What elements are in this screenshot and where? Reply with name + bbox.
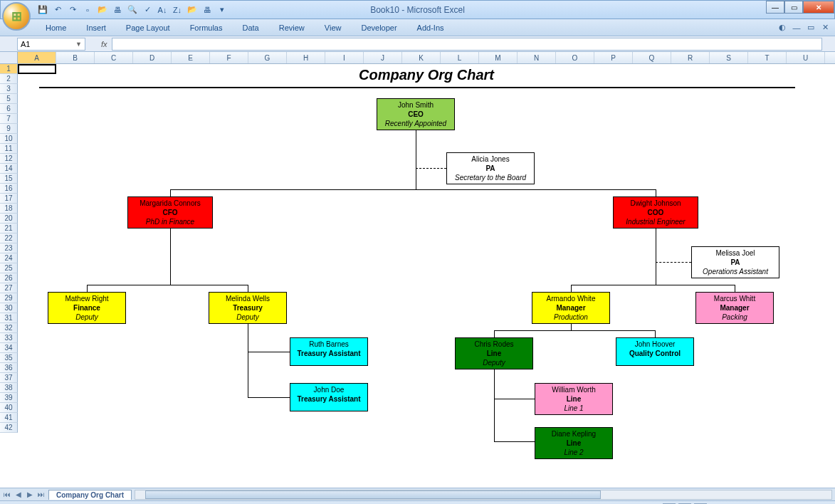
fx-icon[interactable]: fx bbox=[101, 40, 107, 48]
row-header-30[interactable]: 30 bbox=[0, 303, 18, 313]
node-manager-production[interactable]: Armando White Manager Production bbox=[532, 292, 610, 324]
node-treasury-asst-1[interactable]: Ruth Barnes Treasury Assistant bbox=[290, 337, 368, 366]
col-header-D[interactable]: D bbox=[133, 52, 172, 63]
open2-icon[interactable]: 📂 bbox=[186, 4, 199, 16]
row-header-7[interactable]: 7 bbox=[0, 114, 18, 124]
row-header-16[interactable]: 16 bbox=[0, 184, 18, 194]
tab-prev-icon[interactable]: ◀ bbox=[13, 490, 24, 498]
row-header-22[interactable]: 22 bbox=[0, 233, 18, 243]
row-header-37[interactable]: 37 bbox=[0, 373, 18, 383]
node-pa2[interactable]: Melissa Joel PA Operations Assistant bbox=[691, 246, 779, 278]
node-pa1[interactable]: Alicia Jones PA Secretary to the Board bbox=[446, 152, 535, 184]
node-treasury-asst-2[interactable]: John Doe Treasury Assistant bbox=[290, 383, 368, 411]
col-header-K[interactable]: K bbox=[402, 52, 441, 63]
help-icon[interactable]: ◐ bbox=[777, 22, 788, 33]
row-header-20[interactable]: 20 bbox=[0, 214, 18, 224]
tab-insert[interactable]: Insert bbox=[76, 21, 116, 34]
name-box-dropdown-icon[interactable]: ▼ bbox=[75, 41, 82, 48]
col-header-B[interactable]: B bbox=[56, 52, 95, 63]
tab-view[interactable]: View bbox=[315, 21, 352, 34]
close-button[interactable]: ✕ bbox=[803, 1, 834, 14]
tab-developer[interactable]: Developer bbox=[351, 21, 406, 34]
row-header-6[interactable]: 6 bbox=[0, 104, 18, 114]
row-header-25[interactable]: 25 bbox=[0, 263, 18, 273]
col-header-G[interactable]: G bbox=[248, 52, 287, 63]
row-header-15[interactable]: 15 bbox=[0, 174, 18, 184]
sheet-tab-active[interactable]: Company Org Chart bbox=[48, 490, 132, 500]
tab-formulas[interactable]: Formulas bbox=[180, 21, 233, 34]
col-header-U[interactable]: U bbox=[787, 52, 825, 63]
horizontal-scrollbar[interactable] bbox=[135, 490, 832, 500]
node-line-2[interactable]: Diane Kepling Line Line 2 bbox=[535, 427, 613, 459]
node-treasury[interactable]: Melinda Wells Treasury Deputy bbox=[209, 292, 287, 324]
office-button[interactable] bbox=[2, 2, 31, 31]
tab-addins[interactable]: Add-Ins bbox=[407, 21, 454, 34]
col-header-E[interactable]: E bbox=[172, 52, 210, 63]
col-header-I[interactable]: I bbox=[325, 52, 364, 63]
row-header-33[interactable]: 33 bbox=[0, 333, 18, 343]
tab-next-icon[interactable]: ▶ bbox=[24, 490, 36, 498]
row-header-39[interactable]: 39 bbox=[0, 393, 18, 403]
sort-desc-icon[interactable]: Z↓ bbox=[171, 4, 184, 16]
sort-asc-icon[interactable]: A↓ bbox=[156, 4, 169, 16]
row-header-3[interactable]: 3 bbox=[0, 84, 18, 94]
row-header-41[interactable]: 41 bbox=[0, 413, 18, 423]
col-header-C[interactable]: C bbox=[95, 52, 133, 63]
tab-first-icon[interactable]: ⏮ bbox=[1, 490, 13, 498]
row-header-17[interactable]: 17 bbox=[0, 194, 18, 204]
col-header-Q[interactable]: Q bbox=[633, 52, 671, 63]
row-header-26[interactable]: 26 bbox=[0, 273, 18, 283]
doc-restore-icon[interactable]: ▭ bbox=[805, 22, 816, 33]
col-header-R[interactable]: R bbox=[671, 52, 710, 63]
undo-icon[interactable]: ↶ bbox=[51, 4, 64, 16]
redo-icon[interactable]: ↷ bbox=[66, 4, 79, 16]
formula-input[interactable] bbox=[112, 38, 822, 51]
col-header-M[interactable]: M bbox=[479, 52, 518, 63]
col-header-F[interactable]: F bbox=[210, 52, 248, 63]
node-line-deputy[interactable]: Chris Rodes Line Deputy bbox=[455, 337, 533, 369]
row-header-12[interactable]: 12 bbox=[0, 154, 18, 164]
row-header-35[interactable]: 35 bbox=[0, 353, 18, 363]
node-cfo[interactable]: Margarida Connors CFO PhD in Finance bbox=[127, 196, 213, 229]
col-header-L[interactable]: L bbox=[441, 52, 479, 63]
row-header-10[interactable]: 10 bbox=[0, 134, 18, 144]
scrollbar-thumb[interactable] bbox=[145, 490, 601, 499]
col-header-J[interactable]: J bbox=[364, 52, 402, 63]
row-header-14[interactable]: 14 bbox=[0, 164, 18, 174]
row-header-38[interactable]: 38 bbox=[0, 383, 18, 393]
row-header-5[interactable]: 5 bbox=[0, 94, 18, 104]
save-icon[interactable]: 💾 bbox=[36, 4, 49, 16]
row-header-23[interactable]: 23 bbox=[0, 243, 18, 253]
row-header-27[interactable]: 27 bbox=[0, 283, 18, 293]
row-header-40[interactable]: 40 bbox=[0, 403, 18, 413]
doc-close-icon[interactable]: ✕ bbox=[819, 22, 831, 33]
maximize-button[interactable]: ▭ bbox=[784, 1, 803, 14]
tab-data[interactable]: Data bbox=[232, 21, 268, 34]
node-line-1[interactable]: William Worth Line Line 1 bbox=[535, 383, 613, 415]
node-coo[interactable]: Dwight Johnson COO Industrial Engineer bbox=[613, 196, 698, 229]
row-header-11[interactable]: 11 bbox=[0, 144, 18, 154]
col-header-T[interactable]: T bbox=[748, 52, 787, 63]
preview-icon[interactable]: 🔍 bbox=[126, 4, 139, 16]
qat-dropdown-icon[interactable]: ▾ bbox=[216, 4, 229, 16]
quick-print-icon[interactable]: 🖶 bbox=[111, 4, 124, 16]
row-header-18[interactable]: 18 bbox=[0, 204, 18, 214]
row-header-36[interactable]: 36 bbox=[0, 363, 18, 373]
row-header-42[interactable]: 42 bbox=[0, 423, 18, 433]
minimize-button[interactable]: — bbox=[766, 1, 784, 14]
print-icon[interactable]: 🖶 bbox=[201, 4, 214, 16]
row-header-2[interactable]: 2 bbox=[0, 74, 18, 84]
row-header-1[interactable]: 1 bbox=[0, 64, 18, 74]
node-ceo[interactable]: John Smith CEO Recently Appointed bbox=[377, 98, 455, 130]
new-icon[interactable]: ▫ bbox=[81, 4, 94, 16]
row-header-31[interactable]: 31 bbox=[0, 313, 18, 323]
col-header-A[interactable]: A bbox=[18, 52, 56, 63]
col-header-O[interactable]: O bbox=[556, 52, 594, 63]
tab-last-icon[interactable]: ⏭ bbox=[36, 490, 47, 498]
tab-page-layout[interactable]: Page Layout bbox=[116, 21, 180, 34]
node-quality-control[interactable]: John Hoover Quality Control bbox=[616, 337, 694, 366]
row-header-21[interactable]: 21 bbox=[0, 224, 18, 233]
doc-minimize-icon[interactable]: — bbox=[791, 22, 802, 33]
node-finance[interactable]: Mathew Right Finance Deputy bbox=[48, 292, 126, 324]
open-icon[interactable]: 📂 bbox=[96, 4, 109, 16]
